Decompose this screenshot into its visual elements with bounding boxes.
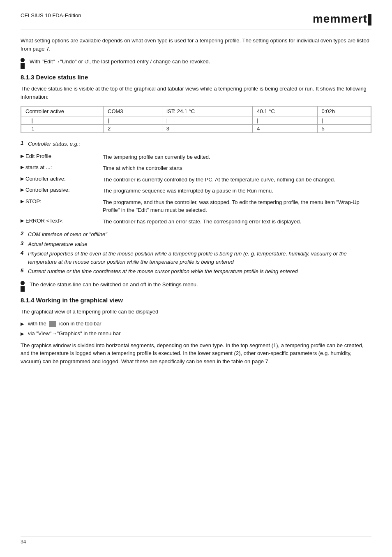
controller-label-active-text: Controller active: — [25, 176, 66, 182]
controller-status-heading: Controller status, e.g.: — [28, 140, 371, 148]
bullet-circle — [21, 58, 25, 62]
doc-title: CELSIUS 10 FDA-Edition — [21, 12, 81, 19]
status-field-1: COM3 — [104, 107, 162, 116]
arrow-icon-edit: ▶ — [21, 153, 24, 159]
page-footer: 34 — [21, 536, 371, 545]
num-label-3: 3 — [21, 240, 28, 246]
controller-label-edit: ▶ Edit Profile — [21, 153, 103, 159]
note-icon-2 — [21, 281, 30, 292]
status-table: Controller active COM3 IST: 24.1 °C 40.1… — [21, 106, 371, 133]
controller-label-starts-text: starts at ...: — [25, 164, 52, 170]
pos-num-5: 5 — [317, 125, 371, 133]
status-table-row-connectors: | | | | | — [21, 116, 371, 125]
pos-num-2: 2 — [104, 125, 162, 133]
arrow-icon-passive: ▶ — [21, 187, 24, 193]
pos-num-4: 4 — [253, 125, 317, 133]
controller-label-stop-text: STOP: — [25, 198, 42, 204]
connector-5: | — [317, 116, 371, 125]
numbered-item-5-text: Current runtime or the time coordinates … — [28, 267, 371, 276]
note-settings: The device status line can be switched o… — [21, 281, 371, 292]
undo-arrow-icon: ↺ — [84, 58, 89, 66]
controller-label-active: ▶ Controller active: — [21, 176, 103, 182]
num-label-1: 1 — [21, 140, 28, 146]
numbered-item-2: 2 COM interface of oven or "offline" — [21, 230, 371, 239]
num-label-5: 5 — [21, 267, 28, 274]
arrow-icon-error: ▶ — [21, 218, 24, 223]
controller-item-active: ▶ Controller active: The controller is c… — [21, 176, 371, 184]
numbered-item-4: 4 Physical properties of the oven at the… — [21, 250, 371, 266]
controller-desc-passive: The programme sequence was interrupted b… — [103, 187, 371, 195]
arrow-icon-active: ▶ — [21, 176, 24, 181]
bullet-1-text: with the icon in the toolbar — [28, 320, 101, 327]
connector-1: | — [21, 116, 104, 125]
controller-label-edit-text: Edit Profile — [25, 153, 51, 159]
controller-desc-error: The controller has reported an error sta… — [103, 218, 371, 226]
bullet-2-text: via "View"→"Graphics" in the menu bar — [28, 330, 121, 337]
bullet-circle-2 — [21, 281, 25, 285]
section-813-heading: 8.1.3 Device status line — [21, 74, 371, 81]
controller-label-stop: ▶ STOP: — [21, 198, 103, 204]
status-table-wrapper: Controller active COM3 IST: 24.1 °C 40.1… — [21, 106, 371, 133]
controller-desc-edit: The tempering profile can currently be e… — [103, 153, 371, 161]
status-label: Controller active — [21, 107, 104, 116]
status-field-4: 0:02h — [317, 107, 371, 116]
section-814-intro: The graphical view of a tempering profil… — [21, 308, 371, 316]
connector-2: | — [104, 116, 162, 125]
controller-label-starts: ▶ starts at ...: — [21, 164, 103, 170]
bullet-rect-2 — [21, 286, 25, 292]
numbered-item-5: 5 Current runtime or the time coordinate… — [21, 267, 371, 276]
intro-paragraph: What setting options are available depen… — [21, 37, 371, 53]
controller-desc-starts: Time at which the controller starts — [103, 164, 371, 172]
controller-desc-stop: The programme, and thus the controller, … — [103, 198, 371, 214]
pos-num-3: 3 — [162, 125, 253, 133]
numbered-item-2-text: COM interface of oven or "offline" — [28, 230, 371, 239]
controller-label-passive-text: Controller passive: — [25, 187, 70, 193]
bullet-item-2: ▶ via "View"→"Graphics" in the menu bar — [21, 330, 371, 337]
bullet-item-1: ▶ with the icon in the toolbar — [21, 320, 371, 327]
pos-num-1: 1 — [21, 125, 104, 133]
bullet-arrow-2: ▶ — [21, 330, 25, 337]
numbered-item-3-text: Actual temperature value — [28, 240, 371, 248]
arrow-icon-stop: ▶ — [21, 199, 24, 204]
connector-3: | — [162, 116, 253, 125]
arrow-icon-view: ▶ — [21, 331, 24, 336]
connector-4: | — [253, 116, 317, 125]
note-settings-text: The device status line can be switched o… — [30, 281, 371, 289]
page-number: 34 — [21, 539, 26, 545]
status-table-row-labels: Controller active COM3 IST: 24.1 °C 40.1… — [21, 107, 371, 116]
controller-desc-active: The controller is currently controlled b… — [103, 176, 371, 184]
arrow-icon-starts: ▶ — [21, 165, 24, 170]
controller-label-error-text: ERROR <Text>: — [25, 218, 64, 224]
numbered-item-1: 1 Controller status, e.g.: — [21, 140, 371, 148]
page-header: CELSIUS 10 FDA-Edition memmert — [21, 12, 371, 30]
controller-item-error: ▶ ERROR <Text>: The controller has repor… — [21, 218, 371, 226]
num-label-2: 2 — [21, 230, 28, 237]
section-814-body: The graphics window is divided into hori… — [21, 341, 371, 366]
section-813-intro: The device status line is visible at the… — [21, 85, 371, 101]
num-label-4: 4 — [21, 250, 28, 256]
toolbar-icon-image — [49, 321, 56, 327]
numbered-items-2-5: 2 COM interface of oven or "offline" 3 A… — [21, 230, 371, 276]
note-undo: With "Edit"→"Undo" or ↺, the last perfor… — [21, 58, 371, 69]
brand-logo: memmert — [313, 12, 371, 26]
controller-item-edit: ▶ Edit Profile The tempering profile can… — [21, 153, 371, 161]
controller-status-section: 1 Controller status, e.g.: — [21, 140, 371, 148]
controller-items-list: ▶ Edit Profile The tempering profile can… — [21, 153, 371, 226]
note-icon-1 — [21, 58, 30, 69]
note-undo-text: With "Edit"→"Undo" or ↺, the last perfor… — [30, 58, 371, 66]
bullet-arrow-1: ▶ — [21, 320, 25, 327]
numbered-item-4-text: Physical properties of the oven at the m… — [28, 250, 371, 266]
bullet-rect — [21, 63, 25, 69]
arrow-icon-toolbar: ▶ — [21, 321, 24, 326]
controller-label-error: ▶ ERROR <Text>: — [21, 218, 103, 224]
status-field-3: 40.1 °C — [253, 107, 317, 116]
section-814-heading: 8.1.4 Working in the graphical view — [21, 297, 371, 304]
controller-item-passive: ▶ Controller passive: The programme sequ… — [21, 187, 371, 195]
controller-label-passive: ▶ Controller passive: — [21, 187, 103, 193]
numbered-item-3: 3 Actual temperature value — [21, 240, 371, 248]
status-field-2: IST: 24.1 °C — [162, 107, 253, 116]
controller-item-stop: ▶ STOP: The programme, and thus the cont… — [21, 198, 371, 214]
controller-item-starts: ▶ starts at ...: Time at which the contr… — [21, 164, 371, 172]
brand-bar — [368, 14, 371, 26]
status-table-row-numbers: 1 2 3 4 5 — [21, 125, 371, 133]
